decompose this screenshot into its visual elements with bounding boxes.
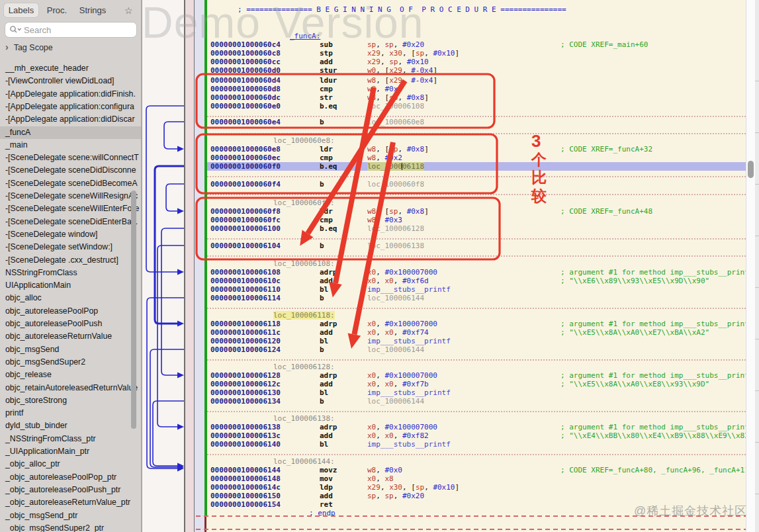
operands: loc_100006108 bbox=[367, 102, 424, 111]
sidebar-scrollbar-thumb[interactable] bbox=[131, 191, 136, 429]
sidebar-item[interactable]: _objc_autoreleasePoolPush_ptr bbox=[0, 484, 142, 496]
asm-row[interactable]: 0000000100006110blimp___stubs__printf bbox=[207, 285, 746, 294]
asm-row[interactable]: 0000000100006138adrpx0, #0x100007000; ar… bbox=[207, 423, 746, 431]
asm-row[interactable]: 00000001000060f0b.eqloc_100006118 bbox=[207, 162, 746, 171]
asm-row[interactable]: 00000001000060f4bloc_1000060f8 bbox=[207, 180, 746, 189]
sidebar-item[interactable]: -[SceneDelegate sceneDidDisconne bbox=[0, 164, 142, 177]
asm-row[interactable]: 0000000100006134bloc_100006144 bbox=[207, 397, 746, 406]
opcode: cmp bbox=[320, 154, 333, 162]
sidebar-item[interactable]: objc_autoreleasePoolPush bbox=[0, 318, 142, 330]
address: 0000000100006130 bbox=[210, 388, 281, 397]
sidebar-item[interactable]: dyld_stub_binder bbox=[0, 420, 142, 432]
local-label-row[interactable]: loc_100006128: bbox=[207, 363, 746, 371]
asm-row[interactable]: 0000000100006100b.eqloc_100006128 bbox=[207, 224, 746, 233]
local-label-row[interactable]: loc_1000060e8: bbox=[207, 136, 746, 145]
sidebar-item[interactable]: -[SceneDelegate window] bbox=[0, 228, 142, 241]
sidebar-item[interactable]: -[AppDelegate application:didDiscar bbox=[0, 113, 142, 126]
local-label-row[interactable]: loc_1000060f8: bbox=[207, 199, 746, 207]
asm-row[interactable]: 00000001000060dcstrw8, [sp, #0x8] bbox=[207, 93, 746, 102]
local-label-row[interactable]: loc_100006138: bbox=[207, 414, 746, 423]
tab-labels[interactable]: Labels bbox=[4, 3, 38, 17]
tag-scope-row[interactable]: ›Tag Scope bbox=[5, 42, 53, 52]
sidebar-item[interactable]: UIApplicationMain bbox=[0, 279, 142, 292]
asm-row[interactable]: 0000000100006108adrpx0, #0x100007000; ar… bbox=[207, 268, 746, 277]
asm-row[interactable]: 0000000100006130blimp___stubs__printf bbox=[207, 388, 746, 397]
address: 00000001000060c8 bbox=[210, 49, 281, 58]
sidebar-item[interactable]: objc_storeStrong bbox=[0, 394, 142, 407]
gutter-strip-pink bbox=[185, 0, 194, 532]
asm-row[interactable]: 00000001000060e8ldrw8, [sp, #0x8]; CODE … bbox=[207, 145, 746, 154]
asm-row[interactable]: 00000001000060c8stpx29, x30, [sp, #0x10] bbox=[207, 49, 746, 58]
asm-row[interactable]: 000000010000614cldpx29, x30, [sp, #0x10] bbox=[207, 483, 746, 492]
sidebar-item[interactable]: _objc_msgSend_ptr bbox=[0, 510, 142, 522]
asm-row[interactable]: 000000010000611caddx0, x0, #0xf74; "\\xE… bbox=[207, 328, 746, 337]
asm-row[interactable]: 00000001000060fccmpw8, #0x3 bbox=[207, 216, 746, 224]
comment: ; argument #1 for method imp___stubs__pr… bbox=[560, 423, 746, 431]
main-scrollbar-thumb[interactable] bbox=[748, 161, 754, 178]
sidebar-item[interactable]: -[SceneDelegate .cxx_destruct] bbox=[0, 254, 142, 267]
sidebar-item[interactable]: objc_release bbox=[0, 369, 142, 381]
asm-row[interactable]: 0000000100006124bloc_100006144 bbox=[207, 345, 746, 354]
comparison-note-char: 3 bbox=[531, 131, 541, 152]
sidebar-item[interactable]: objc_alloc bbox=[0, 292, 142, 304]
asm-row[interactable]: 0000000100006114bloc_100006144 bbox=[207, 294, 746, 302]
local-label-row[interactable]: loc_100006118: bbox=[207, 311, 746, 320]
sidebar-item[interactable]: _NSStringFromClass_ptr bbox=[0, 433, 142, 445]
asm-row[interactable]: 00000001000060d0sturw0, [x29, #-0x4] bbox=[207, 66, 746, 75]
asm-row[interactable]: 00000001000060e4bloc_1000060e8 bbox=[207, 118, 746, 126]
sidebar-item[interactable]: objc_retainAutoreleasedReturnValue bbox=[0, 382, 142, 394]
asm-row[interactable]: 0000000100006150addsp, sp, #0x20 bbox=[207, 492, 746, 500]
asm-row[interactable]: 00000001000060f8ldrw8, [sp, #0x8]; CODE … bbox=[207, 207, 746, 216]
asm-row[interactable]: 0000000100006128adrpx0, #0x100007000; ar… bbox=[207, 371, 746, 380]
asm-row[interactable]: 00000001000060d8cmpw8, #0x1 bbox=[207, 85, 746, 93]
asm-row[interactable]: 0000000100006120blimp___stubs__printf bbox=[207, 337, 746, 345]
sidebar-item[interactable]: _UIApplicationMain_ptr bbox=[0, 445, 142, 458]
search-input[interactable] bbox=[5, 22, 137, 38]
favorite-star-icon[interactable]: ☆ bbox=[124, 5, 133, 16]
sidebar-item[interactable]: -[AppDelegate application:configura bbox=[0, 101, 142, 113]
operands: w0, [x29, #-0x4] bbox=[367, 66, 437, 75]
sidebar-item[interactable]: printf bbox=[0, 407, 142, 420]
local-label-row[interactable]: loc_100006108: bbox=[207, 259, 746, 268]
sidebar-item[interactable]: -[SceneDelegate setWindow:] bbox=[0, 241, 142, 253]
sidebar-item[interactable]: _main bbox=[0, 139, 142, 152]
sidebar-item[interactable]: -[SceneDelegate scene:willConnectT bbox=[0, 152, 142, 164]
sidebar-item[interactable]: objc_msgSendSuper2 bbox=[0, 356, 142, 369]
sidebar-item[interactable]: -[AppDelegate application:didFinish. bbox=[0, 88, 142, 101]
sidebar-item[interactable]: _objc_autoreleasePoolPop_ptr bbox=[0, 471, 142, 484]
asm-row[interactable]: 0000000100006118adrpx0, #0x100007000; ar… bbox=[207, 320, 746, 328]
main-scrollbar-track[interactable] bbox=[746, 0, 756, 532]
tab-proc[interactable]: Proc. bbox=[42, 3, 71, 17]
asm-row[interactable]: 0000000100006104bloc_100006138 bbox=[207, 242, 746, 250]
sidebar-item[interactable]: -[SceneDelegate sceneWillResignAc bbox=[0, 190, 142, 202]
asm-row[interactable]: 00000001000060ccaddx29, sp, #0x10 bbox=[207, 58, 746, 66]
disassembly-view: ; =============== B E G I N N I N G O F … bbox=[207, 0, 746, 532]
sidebar-item[interactable]: -[ViewController viewDidLoad] bbox=[0, 75, 142, 87]
asm-row[interactable]: 0000000100006148movx0, x8 bbox=[207, 474, 746, 483]
tab-strings[interactable]: Strings bbox=[74, 3, 111, 17]
operands: w8, [sp, #0x8] bbox=[367, 207, 429, 216]
sidebar-item[interactable]: -[SceneDelegate sceneDidBecomeA bbox=[0, 177, 142, 190]
address: 0000000100006110 bbox=[210, 285, 281, 294]
sidebar-item[interactable]: _funcA bbox=[0, 126, 142, 139]
asm-row[interactable]: 0000000100006144movzw8, #0x0; CODE XREF=… bbox=[207, 466, 746, 474]
asm-row[interactable]: 00000001000060eccmpw8, #0x2 bbox=[207, 154, 746, 162]
asm-row[interactable]: 000000010000612caddx0, x0, #0xf7b; "\\xE… bbox=[207, 380, 746, 388]
sidebar-item[interactable]: _objc_alloc_ptr bbox=[0, 458, 142, 470]
asm-row[interactable]: 000000010000613caddx0, x0, #0xf82; "\\xE… bbox=[207, 431, 746, 440]
sidebar-item[interactable]: NSStringFromClass bbox=[0, 267, 142, 279]
sidebar-item[interactable]: objc_msgSend bbox=[0, 343, 142, 356]
sidebar-item[interactable]: -[SceneDelegate sceneDidEnterBac. bbox=[0, 216, 142, 228]
asm-row[interactable]: 000000010000610caddx0, x0, #0xf6d; "\\xE… bbox=[207, 277, 746, 285]
sidebar-item[interactable]: objc_autoreleasePoolPop bbox=[0, 305, 142, 318]
sidebar-item[interactable]: -[SceneDelegate sceneWillEnterFore bbox=[0, 202, 142, 215]
local-label-row[interactable]: loc_100006144: bbox=[207, 457, 746, 466]
address: 000000010000614c bbox=[210, 483, 281, 492]
sidebar-item[interactable]: _objc_autoreleaseReturnValue_ptr bbox=[0, 496, 142, 509]
sidebar-item[interactable]: _objc_msgSendSuper2_ptr bbox=[0, 522, 142, 532]
asm-row[interactable]: 00000001000060d4ldurw8, [x29, #-0x4] bbox=[207, 76, 746, 85]
sidebar-item[interactable]: __mh_execute_header bbox=[0, 62, 142, 75]
asm-row[interactable]: 0000000100006140blimp___stubs__printf bbox=[207, 440, 746, 449]
sidebar-item[interactable]: objc_autoreleaseReturnValue bbox=[0, 330, 142, 343]
asm-row[interactable]: 00000001000060e0b.eqloc_100006108 bbox=[207, 102, 746, 111]
